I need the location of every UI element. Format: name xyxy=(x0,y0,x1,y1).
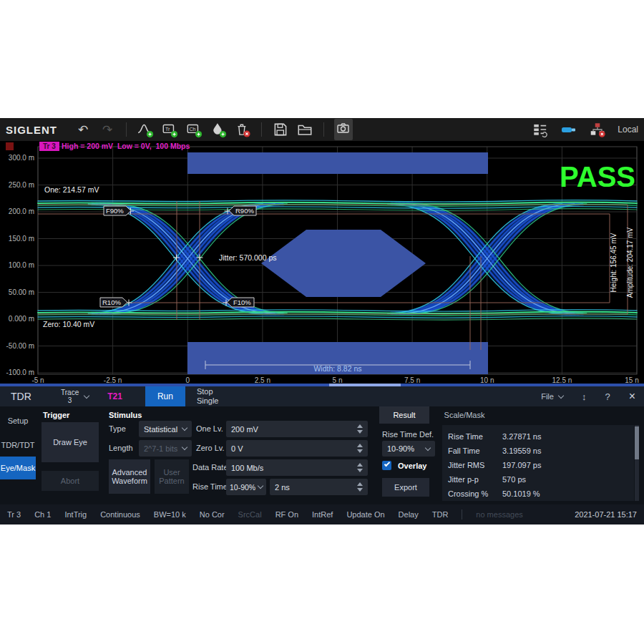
spinner-arrows[interactable] xyxy=(357,463,363,472)
y-tick-label: -100.0 m xyxy=(6,369,34,376)
single-label: Single xyxy=(197,396,219,406)
close-panel-icon[interactable]: × xyxy=(629,390,635,403)
plot-scrollbar[interactable] xyxy=(0,384,644,386)
open-icon[interactable] xyxy=(296,121,313,138)
sidebar-item-setup[interactable]: Setup xyxy=(0,412,36,429)
eye-diagram-canvas[interactable]: 300.0 m 250.0 m 200.0 m 150.0 m 100.0 m … xyxy=(0,141,644,386)
rise-time-label: Rise Time xyxy=(192,479,228,495)
stimulus-title: Stimulus xyxy=(109,411,142,419)
chevron-down-icon xyxy=(182,425,187,431)
f10-flag: F10% xyxy=(227,298,254,307)
eye-diagram-plot: Tr 3 High = 200 mV Low = 0V, 100 Mbps xyxy=(0,141,644,386)
add-marker-icon[interactable] xyxy=(210,121,227,138)
trace-stimulus-summary: High = 200 mV Low = 0V, 100 Mbps xyxy=(62,142,190,151)
trace-color-box xyxy=(6,142,14,150)
result-scrollbar[interactable] xyxy=(635,425,639,501)
stop-single-button[interactable]: Stop Single xyxy=(197,387,219,406)
delete-icon[interactable] xyxy=(234,121,251,138)
help-icon[interactable]: ? xyxy=(605,391,610,402)
trace-id-button[interactable]: T21 xyxy=(107,391,122,401)
result-scrollbar-thumb[interactable] xyxy=(635,426,639,459)
sidebar-item-tdr-tdt[interactable]: TDR/TDT xyxy=(0,436,36,454)
trace-select-value: 3 xyxy=(68,396,72,404)
usb-icon xyxy=(560,121,577,138)
r90-flag: R90% xyxy=(229,206,256,215)
abort-button[interactable]: Abort xyxy=(42,471,99,491)
height-label: Height: 156.45 mV xyxy=(610,233,618,292)
y-tick-label: 0.000 m xyxy=(9,315,34,323)
add-waveform-icon[interactable] xyxy=(137,121,154,138)
chevron-down-icon xyxy=(558,392,564,398)
toolbar-right-group: Local xyxy=(532,121,638,138)
y-tick-label: 200.0 m xyxy=(9,208,34,215)
status-bar: Tr 3 Ch 1 IntTrig Continuous BW=10 k No … xyxy=(0,504,644,525)
y-tick-label: 50.00 m xyxy=(9,288,34,296)
pass-status: PASS xyxy=(560,161,635,192)
export-button[interactable]: Export xyxy=(382,478,429,497)
svg-text:F10%: F10% xyxy=(233,298,251,306)
save-icon[interactable] xyxy=(272,121,289,138)
type-dropdown[interactable]: Statistical xyxy=(139,421,192,437)
local-button[interactable]: Local xyxy=(618,125,638,135)
length-label: Length xyxy=(109,440,133,457)
chevron-down-icon xyxy=(425,444,431,450)
draw-eye-button[interactable]: Draw Eye xyxy=(42,422,99,462)
tdr-panel-body: Setup TDR/TDT Eye/Mask Trigger Draw Eye … xyxy=(0,406,644,504)
rise-time-input[interactable]: 2 ns xyxy=(270,479,368,495)
status-separator xyxy=(462,509,462,519)
plot-scrollbar-thumb[interactable] xyxy=(329,384,401,386)
add-channel-icon[interactable]: Ch xyxy=(185,121,203,138)
lan-icon[interactable] xyxy=(589,121,606,138)
width-label: Width: 8.82 ns xyxy=(313,364,361,373)
status-rf: RF On xyxy=(275,510,298,519)
result-row: Fall Time 3.19559 ns xyxy=(442,444,634,458)
top-toolbar: SIGLENT ↶ ↷ Tr Ch xyxy=(0,118,644,141)
rise-time-def-dropdown[interactable]: 10-90% xyxy=(226,479,266,495)
overlay-checkbox[interactable] xyxy=(382,461,391,470)
page: SIGLENT ↶ ↷ Tr Ch xyxy=(0,0,644,644)
sidebar-item-eye-mask[interactable]: Eye/Mask xyxy=(0,457,36,479)
overlay-checkbox-row[interactable]: Overlay xyxy=(382,461,426,470)
trace-select-dropdown[interactable]: Trace 3 xyxy=(61,389,89,404)
tab-scale-mask[interactable]: Scale/Mask xyxy=(432,406,497,424)
status-mode: TDR xyxy=(432,510,449,519)
advanced-waveform-button[interactable]: Advanced Waveform xyxy=(109,459,150,494)
spinner-arrows[interactable] xyxy=(357,444,363,453)
toolbar-separator xyxy=(126,122,127,137)
result-row: Crossing % 50.1019 % xyxy=(442,487,634,501)
chevron-down-icon xyxy=(182,444,187,450)
y-tick-label: -50.00 m xyxy=(6,342,34,350)
spinner-arrows[interactable] xyxy=(357,424,363,434)
trace-badge[interactable]: Tr 3 xyxy=(39,142,59,151)
one-level-label: One: 214.57 mV xyxy=(44,185,99,194)
tab-result[interactable]: Result xyxy=(379,406,429,424)
result-rise-def-dropdown[interactable]: 10-90% xyxy=(382,441,435,457)
status-channel: Ch 1 xyxy=(34,510,51,519)
redo-icon[interactable]: ↷ xyxy=(99,121,116,138)
tdr-panel-header: TDR Trace 3 T21 Run Stop Single File ↕ xyxy=(0,386,644,406)
one-level-input[interactable]: 200 mV xyxy=(226,421,368,437)
status-bandwidth: BW=10 k xyxy=(154,510,186,519)
file-menu[interactable]: File xyxy=(541,392,563,401)
y-tick-label: 300.0 m xyxy=(9,154,34,162)
svg-text:Ch: Ch xyxy=(189,127,195,132)
toolbar-separator xyxy=(261,122,262,137)
data-rate-label: Data Rate xyxy=(192,459,228,476)
add-trace-icon[interactable]: Tr xyxy=(161,121,178,138)
zero-level-input[interactable]: 0 V xyxy=(226,440,368,457)
data-rate-input[interactable]: 100 Mb/s xyxy=(226,459,368,476)
one-level-field-label: One Lv. xyxy=(196,421,223,437)
screenshot-button[interactable] xyxy=(334,119,353,140)
status-sweep: Continuous xyxy=(100,510,140,519)
stop-label: Stop xyxy=(197,387,219,396)
status-ref: IntRef xyxy=(312,510,333,519)
spinner-arrows[interactable] xyxy=(357,482,363,492)
user-pattern-button[interactable]: User Pattern xyxy=(155,459,189,494)
display-config-icon[interactable] xyxy=(532,121,549,138)
undo-icon[interactable]: ↶ xyxy=(74,121,92,138)
mask-top-bar xyxy=(187,152,488,174)
run-button[interactable]: Run xyxy=(145,386,185,406)
length-dropdown[interactable]: 2^7-1 bits xyxy=(139,440,192,457)
expand-panel-icon[interactable]: ↕ xyxy=(582,391,587,402)
type-label: Type xyxy=(109,421,126,437)
